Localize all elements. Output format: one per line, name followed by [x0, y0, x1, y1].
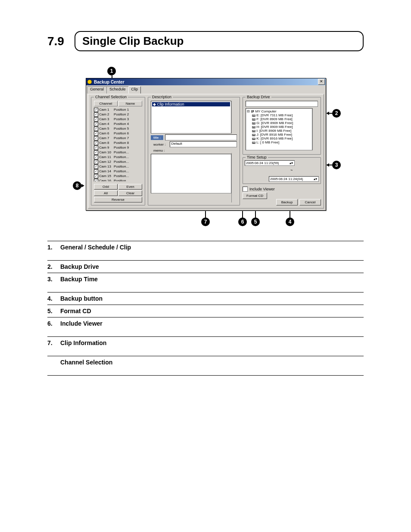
tree-root[interactable]: ⊟ 🖳 MY Computer: [247, 109, 311, 113]
clip-info-list[interactable]: ◆ Clip Information: [151, 101, 231, 134]
spinner-icon[interactable]: ▴▾: [289, 161, 293, 165]
backup-button[interactable]: Backup: [276, 199, 298, 205]
callout-4: 4: [286, 218, 294, 226]
checkbox-icon[interactable]: ✓: [94, 169, 98, 174]
checkbox-icon[interactable]: ✓: [94, 122, 98, 126]
name-label: Position 4: [114, 122, 129, 126]
drive-node[interactable]: 🖴 K: [DVR 8916 MB Free]: [247, 137, 311, 140]
worker-label: worker :: [151, 142, 168, 147]
channel-list[interactable]: ✓Cam 1Position 1✓Cam 2Position 2✓Cam 3Po…: [94, 107, 142, 181]
callout-1: 1: [107, 67, 116, 75]
callout-7: 7: [201, 218, 210, 226]
item-term: General / Schedule / Clip: [60, 244, 364, 251]
col-channel[interactable]: Channel: [94, 101, 118, 106]
clip-information-item[interactable]: ◆ Clip Information: [152, 102, 230, 106]
item-term: Backup button: [60, 295, 364, 302]
all-button[interactable]: All: [94, 190, 118, 196]
time-start-value: 2005:06:24 11:23(59): [246, 161, 279, 165]
col-name[interactable]: Name: [118, 101, 142, 106]
callout-line: [81, 184, 84, 187]
checkbox-icon[interactable]: ✓: [94, 165, 98, 169]
checkbox-icon[interactable]: ✓: [94, 146, 98, 150]
checkbox-icon[interactable]: ✓: [94, 108, 98, 112]
checkbox-icon[interactable]: ✓: [94, 131, 98, 136]
cam-label: Cam 4: [99, 122, 114, 126]
channel-row[interactable]: ✓Cam 1Position 1: [94, 107, 142, 112]
drive-node[interactable]: 🖴 I: [DVR 8909 MB Free]: [247, 129, 311, 133]
include-viewer-checkbox[interactable]: [243, 187, 248, 192]
drive-node[interactable]: 🖴 G: [DVR 8909 MB Free]: [247, 121, 311, 125]
channel-row[interactable]: ✓Cam 14Position...: [94, 169, 142, 174]
channel-row[interactable]: ✓Cam 7Position 7: [94, 136, 142, 140]
checkbox-icon[interactable]: ✓: [94, 136, 98, 140]
channel-row[interactable]: ✓Cam 3Position 3: [94, 117, 142, 121]
tab-schedule[interactable]: Schedule: [106, 86, 129, 93]
cam-label: Cam 9: [99, 146, 114, 149]
window-title: Backup Center: [94, 80, 318, 84]
checkbox-icon[interactable]: ✓: [94, 127, 98, 131]
scrollbar[interactable]: [231, 101, 237, 134]
name-label: Position 2: [114, 112, 129, 116]
name-label: Position...: [114, 169, 129, 173]
drive-tree[interactable]: ⊟ 🖳 MY Computer🖴 E: [DVR 7311 MB Free]🖴 …: [246, 108, 312, 150]
checkbox-icon[interactable]: ✓: [94, 155, 98, 159]
drive-node[interactable]: 🖴 H: [DVR 8909 MB Free]: [247, 125, 311, 129]
list-item: 5.Format CD: [47, 305, 364, 317]
close-button[interactable]: ✕: [318, 79, 325, 85]
description-group: Description ◆ Clip Information title : w…: [148, 97, 240, 205]
channel-row[interactable]: ✓Cam 4Position 4: [94, 121, 142, 126]
cancel-button[interactable]: Cancel: [299, 199, 321, 205]
time-end-input[interactable]: 2005:06:24 11:24(04)▴▾: [269, 176, 319, 182]
checkbox-icon[interactable]: ✓: [94, 160, 98, 164]
checkbox-icon[interactable]: ✓: [94, 150, 98, 155]
scrollbar[interactable]: [231, 153, 237, 202]
format-cd-button[interactable]: Format CD: [243, 193, 267, 199]
name-label: Position...: [114, 165, 129, 168]
checkbox-icon[interactable]: ✓: [94, 117, 98, 121]
drive-node[interactable]: 🖴 F: [DVR 8909 MB Free]: [247, 117, 311, 121]
cam-label: Cam 12: [99, 160, 114, 164]
item-number: 3.: [47, 276, 60, 283]
memo-input[interactable]: [151, 154, 231, 193]
checkbox-icon[interactable]: ✓: [94, 112, 98, 117]
checkbox-icon[interactable]: ✓: [94, 179, 98, 182]
even-button[interactable]: Even: [118, 184, 142, 190]
item-term: Backup Drive: [60, 263, 364, 270]
clip-info-label: Clip Information: [157, 102, 184, 106]
checkbox-icon[interactable]: ✓: [94, 174, 98, 178]
drive-node[interactable]: 🖴 E: [DVR 7311 MB Free]: [247, 113, 311, 117]
item-term: Include Viewer: [60, 320, 364, 327]
channel-row[interactable]: ✓Cam 13Position...: [94, 164, 142, 169]
cam-label: Cam 11: [99, 155, 114, 159]
tab-general[interactable]: General: [87, 86, 107, 93]
channel-row[interactable]: ✓Cam 12Position...: [94, 159, 142, 164]
clear-button[interactable]: Clear: [118, 190, 142, 196]
cam-label: Cam 6: [99, 131, 114, 135]
name-label: Position...: [114, 179, 129, 181]
drive-node[interactable]: 🖴 J: [DVR 8916 MB Free]: [247, 133, 311, 137]
spinner-icon[interactable]: ▴▾: [313, 177, 318, 181]
channel-row[interactable]: ✓Cam 5Position 5: [94, 126, 142, 131]
time-start-input[interactable]: 2005:06:24 11:23(59)▴▾: [245, 160, 295, 166]
channel-row[interactable]: ✓Cam 9Position 9: [94, 145, 142, 150]
drive-node[interactable]: 🖴 L: [ 0 MB Free]: [247, 140, 311, 144]
item-number: 6.: [47, 320, 60, 327]
channel-row[interactable]: ✓Cam 8Position 8: [94, 140, 142, 145]
channel-row[interactable]: ✓Cam 6Position 6: [94, 131, 142, 136]
channel-row[interactable]: ✓Cam 16Position...: [94, 178, 142, 181]
worker-input[interactable]: Default: [170, 141, 237, 147]
scrollbar[interactable]: [312, 108, 318, 150]
drive-path-input[interactable]: [246, 101, 318, 107]
channel-row[interactable]: ✓Cam 2Position 2: [94, 112, 142, 117]
title-input[interactable]: [165, 134, 237, 140]
checkbox-icon[interactable]: ✓: [94, 141, 98, 145]
reverse-button[interactable]: Reverse: [94, 197, 142, 202]
channel-row[interactable]: ✓Cam 10Position...: [94, 150, 142, 155]
tab-clip[interactable]: Clip: [128, 86, 141, 93]
channel-row[interactable]: ✓Cam 11Position...: [94, 155, 142, 159]
window-titlebar: Backup Center ✕: [86, 78, 326, 85]
odd-button[interactable]: Odd: [94, 184, 118, 190]
name-label: Position 7: [114, 136, 129, 140]
channel-row[interactable]: ✓Cam 15Position...: [94, 174, 142, 178]
time-end-value: 2005:06:24 11:24(04): [270, 177, 303, 181]
